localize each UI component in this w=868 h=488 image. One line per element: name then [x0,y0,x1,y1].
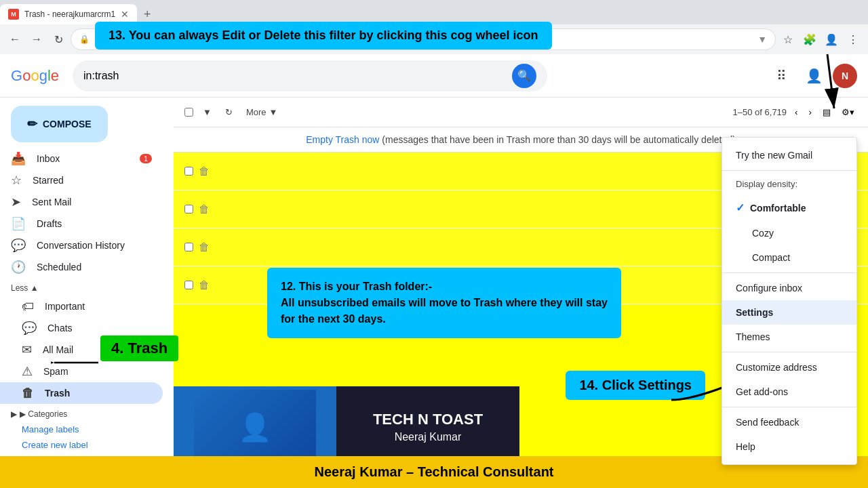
mail-checkbox-1[interactable] [184,167,193,176]
tab-bar: M Trash - neerajkumarcrm1 ✕ + [0,0,868,24]
configure-inbox-label: Configure inbox [736,283,802,293]
annotation-14: 14. Click Settings [566,371,705,400]
tab-favicon: M [8,9,19,20]
search-bar[interactable]: 🔍 [73,60,547,92]
empty-trash-link[interactable]: Empty Trash now [306,134,379,145]
mail-delete-4[interactable]: 🗑 [199,279,210,291]
density-cozy-item[interactable]: Cozy [722,221,856,245]
configure-inbox-item[interactable]: Configure inbox [722,276,856,300]
sidebar-item-chats[interactable]: 💬 Chats [0,317,163,339]
send-feedback-item[interactable]: Send feedback [722,410,856,434]
spam-label: Spam [43,366,68,377]
help-item[interactable]: Help [722,434,856,459]
forward-btn[interactable]: → [27,30,46,49]
gmail-logo: Google [11,67,59,85]
address-text: Secu [95,34,421,45]
convo-label: Conversation History [37,240,125,251]
google-logo: Google [11,67,59,85]
mail-delete-3[interactable]: 🗑 [199,241,210,253]
account-btn[interactable]: 👤 [800,62,827,89]
all-mail-label: All Mail [43,344,73,355]
sidebar-item-scheduled[interactable]: 🕐 Scheduled [0,256,163,278]
dropdown-divider-2 [722,272,856,273]
address-bar[interactable]: 🔒 Secu in:trash ▼ [71,28,776,50]
trash-notice-text: (messages that have been in Trash more t… [382,134,735,145]
prev-page-btn[interactable]: ‹ [792,104,800,120]
settings-item[interactable]: Settings [722,300,856,325]
manage-labels-text: Manage labels [22,424,79,434]
try-new-gmail-item[interactable]: Try the new Gmail [722,143,856,167]
menu-btn[interactable]: ⋮ [844,30,863,49]
refresh-btn[interactable]: ↻ [49,30,68,49]
browser-chrome: M Trash - neerajkumarcrm1 ✕ + ← → ↻ 🔒 Se… [0,0,868,54]
sidebar-item-spam[interactable]: ⚠ Spam [0,361,163,382]
thumbnail-brand: TECH N TOAST Neeraj Kumar [336,386,519,468]
settings-btn[interactable]: ⚙ ▾ [839,104,857,120]
inbox-badge: 1 [140,154,152,163]
bookmark-star-btn[interactable]: ☆ [778,30,797,49]
customize-address-item[interactable]: Customize address [722,355,856,380]
sidebar-item-all-mail[interactable]: ✉ All Mail [0,339,163,361]
back-btn[interactable]: ← [5,30,24,49]
convo-icon: 💬 [11,238,26,253]
manage-labels-link[interactable]: Manage labels [0,422,174,437]
browser-actions: ☆ 🧩 👤 ⋮ [778,30,863,49]
compose-button[interactable]: ✏ COMPOSE [11,106,108,142]
sidebar-less-section[interactable]: Less ▲ [0,278,174,296]
sidebar-item-inbox[interactable]: 📥 Inbox 1 [0,148,163,169]
sidebar-categories[interactable]: ▶ ▶ Categories [0,404,174,422]
sidebar-item-sent[interactable]: ➤ Sent Mail [0,191,163,213]
sidebar-item-trash[interactable]: 🗑 Trash [0,382,163,404]
density-btn[interactable]: ▤ [820,104,833,120]
mail-checkbox-4[interactable] [184,281,193,289]
mail-checkbox-2[interactable] [184,205,193,214]
density-compact-item[interactable]: Compact [722,245,856,270]
mail-delete-2[interactable]: 🗑 [199,203,210,216]
help-label: Help [736,441,755,452]
settings-dropdown: Try the new Gmail Display density: ✓ Com… [722,137,857,465]
themes-item[interactable]: Themes [722,325,856,349]
starred-label: Starred [33,175,64,186]
search-button[interactable]: 🔍 [512,64,536,88]
gmail-body: ✏ COMPOSE 📥 Inbox 1 ☆ Starred ➤ Sent Mai… [0,98,868,488]
get-addons-label: Get add-ons [736,386,788,397]
cozy-label: Cozy [752,228,774,239]
density-comfortable-item[interactable]: ✓ Comfortable [722,195,856,221]
sidebar-item-important[interactable]: 🏷 Important [0,296,163,317]
sent-icon: ➤ [11,195,21,209]
compose-icon: ✏ [27,117,37,131]
refresh-toolbar-btn[interactable]: ↻ [221,103,237,121]
mail-checkbox-3[interactable] [184,243,193,251]
create-label-text: Create new label [22,440,88,450]
tab-close-btn[interactable]: ✕ [121,9,129,20]
select-all-checkbox[interactable] [184,108,193,117]
new-tab-btn[interactable]: + [137,4,157,24]
brand-title: TECH N TOAST [373,411,483,428]
sidebar-item-drafts[interactable]: 📄 Drafts [0,213,163,235]
chats-label: Chats [47,323,73,333]
more-toolbar-btn[interactable]: More ▼ [242,103,282,121]
mail-delete-1[interactable]: 🗑 [199,165,210,178]
sidebar-item-starred[interactable]: ☆ Starred [0,169,163,191]
tab-title: Trash - neerajkumarcrm1 [24,9,115,19]
categories-label: ▶ Categories [20,409,67,419]
get-addons-item[interactable]: Get add-ons [722,380,856,404]
lock-icon: 🔒 [79,35,90,44]
extensions-btn[interactable]: 🧩 [800,30,819,49]
sidebar-item-convo-history[interactable]: 💬 Conversation History [0,235,163,256]
density-icon: ▤ [823,107,831,117]
person-placeholder: 👤 [194,390,316,464]
apps-btn[interactable]: ⠿ [768,62,795,89]
header-icons: ⠿ 👤 N [768,62,857,89]
try-new-gmail-label: Try the new Gmail [736,150,812,161]
compact-label: Compact [752,252,790,263]
search-input[interactable] [83,70,507,82]
create-label-link[interactable]: Create new label [0,437,174,453]
dropdown-divider-4 [722,407,856,407]
customize-address-label: Customize address [736,362,817,373]
profile-btn[interactable]: 👤 [822,30,841,49]
next-page-btn[interactable]: › [806,104,814,120]
avatar[interactable]: N [833,64,857,88]
active-tab[interactable]: M Trash - neerajkumarcrm1 ✕ [0,4,137,24]
select-dropdown-btn[interactable]: ▼ [199,103,216,121]
